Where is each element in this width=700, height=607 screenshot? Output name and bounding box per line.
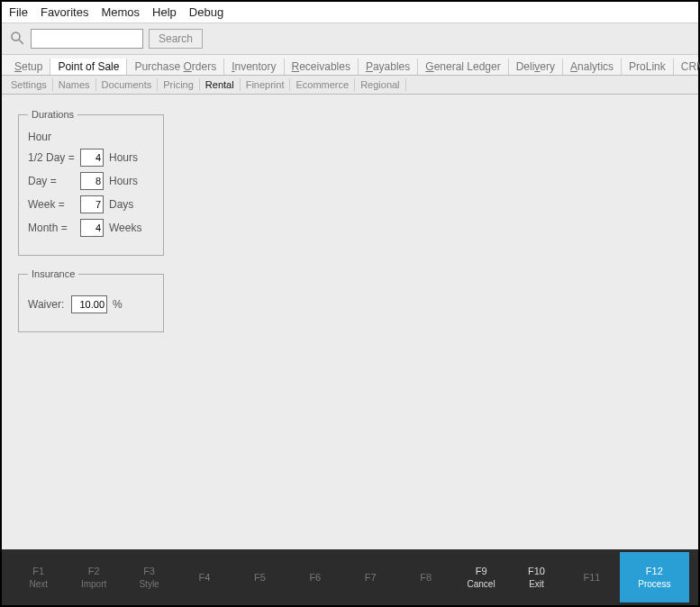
subtab-documents[interactable]: Documents [96, 78, 159, 91]
waiver-label: Waiver: [28, 298, 71, 311]
content-area: Durations Hour 1/2 Day = Hours Day = Hou… [2, 95, 698, 549]
tab-prolink[interactable]: ProLink [622, 59, 674, 75]
row-waiver: Waiver: % [28, 295, 154, 313]
row-month: Month = Weeks [28, 219, 154, 237]
subtab-regional[interactable]: Regional [355, 78, 405, 91]
durations-legend: Durations [28, 109, 77, 120]
day-input[interactable] [80, 172, 104, 190]
fkey-f5[interactable]: F5 [232, 562, 287, 593]
fkey-f3[interactable]: F3Style [122, 556, 177, 598]
fkey-f8[interactable]: F8 [398, 562, 453, 593]
half-day-label: 1/2 Day = [28, 151, 80, 164]
menu-file[interactable]: File [9, 5, 28, 19]
search-icon [9, 30, 25, 49]
week-input[interactable] [80, 195, 104, 213]
svg-point-0 [12, 32, 20, 41]
durations-group: Durations Hour 1/2 Day = Hours Day = Hou… [18, 109, 164, 256]
menubar: File Favorites Memos Help Debug [2, 2, 698, 23]
menu-help[interactable]: Help [152, 5, 177, 19]
row-half-day: 1/2 Day = Hours [28, 149, 154, 167]
sub-tabs: SettingsNamesDocumentsPricingRentalFinep… [2, 76, 698, 95]
half-day-input[interactable] [80, 149, 104, 167]
fkey-f2[interactable]: F2Import [66, 556, 121, 598]
fkey-f10[interactable]: F10Exit [509, 556, 564, 598]
tab-analytics[interactable]: Analytics [563, 59, 622, 75]
month-input[interactable] [80, 219, 104, 237]
subtab-rental[interactable]: Rental [200, 78, 241, 91]
fkey-f11[interactable]: F11 [564, 562, 619, 593]
row-week: Week = Days [28, 195, 154, 213]
tab-inventory[interactable]: Inventory [224, 59, 284, 75]
month-unit: Weeks [109, 222, 141, 234]
footer-fkeys: F1NextF2ImportF3StyleF4F5F6F7F8F9CancelF… [2, 549, 698, 605]
tab-point-of-sale[interactable]: Point of Sale [50, 59, 127, 75]
fkey-f9[interactable]: F9Cancel [453, 556, 508, 598]
fkey-f6[interactable]: F6 [287, 562, 342, 593]
subtab-pricing[interactable]: Pricing [158, 78, 200, 91]
searchbar: Search [2, 23, 698, 55]
menu-memos[interactable]: Memos [101, 5, 140, 19]
week-label: Week = [28, 198, 80, 211]
subtab-ecommerce[interactable]: Ecommerce [290, 78, 355, 91]
tab-receivables[interactable]: Receivables [285, 59, 359, 75]
tab-general-ledger[interactable]: General Ledger [418, 59, 508, 75]
primary-tabs: SetupPoint of SalePurchase OrdersInvento… [2, 55, 698, 76]
svg-line-1 [19, 40, 23, 44]
waiver-unit: % [113, 298, 123, 311]
tab-payables[interactable]: Payables [359, 59, 418, 75]
subtab-fineprint[interactable]: Fineprint [241, 78, 291, 91]
row-day: Day = Hours [28, 172, 154, 190]
tab-delivery[interactable]: Delivery [509, 59, 563, 75]
waiver-input[interactable] [71, 295, 107, 313]
tab-crm[interactable]: CRM [674, 59, 700, 75]
subtab-settings[interactable]: Settings [5, 78, 53, 91]
fkey-f4[interactable]: F4 [177, 562, 232, 593]
half-day-unit: Hours [109, 151, 138, 164]
fkey-f7[interactable]: F7 [343, 562, 398, 593]
app-window: File Favorites Memos Help Debug Search S… [0, 0, 700, 607]
search-button[interactable]: Search [149, 29, 203, 49]
menu-debug[interactable]: Debug [189, 5, 223, 19]
day-label: Day = [28, 175, 80, 187]
week-unit: Days [109, 198, 133, 211]
month-label: Month = [28, 222, 80, 234]
insurance-group: Insurance Waiver: % [18, 268, 164, 332]
subtab-names[interactable]: Names [53, 78, 96, 91]
search-input[interactable] [31, 29, 143, 49]
menu-favorites[interactable]: Favorites [41, 5, 88, 19]
insurance-legend: Insurance [28, 268, 78, 279]
tab-purchase-orders[interactable]: Purchase Orders [127, 59, 224, 75]
day-unit: Hours [109, 175, 138, 187]
fkey-f1[interactable]: F1Next [11, 556, 66, 598]
tab-setup[interactable]: Setup [7, 59, 50, 75]
hour-label: Hour [28, 131, 154, 143]
fkey-f12[interactable]: F12Process [620, 552, 689, 602]
